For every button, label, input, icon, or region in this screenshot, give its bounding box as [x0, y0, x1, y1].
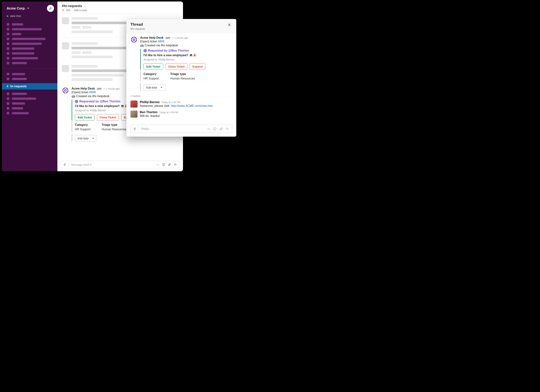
sidebar-skeleton-item	[2, 111, 57, 116]
close-ticket-button[interactable]: Close Ticket	[97, 114, 119, 121]
svg-point-0	[63, 9, 64, 10]
reply-text: Awesome, please visit: http://www.ACME.c…	[140, 104, 232, 108]
replies-count: 2 replies	[130, 95, 140, 98]
sidebar-skeleton-item	[2, 72, 57, 77]
skeleton-icon	[7, 73, 9, 75]
ticket-number-link[interactable]: #808	[158, 40, 164, 43]
placeholder-line	[72, 65, 98, 68]
skeleton-icon	[7, 38, 9, 40]
skeleton-bar	[12, 48, 34, 50]
lightning-icon[interactable]	[133, 127, 137, 131]
skeleton-bar	[12, 73, 25, 75]
sidebar-skeleton-item	[2, 101, 57, 106]
attachment-icon[interactable]	[219, 127, 223, 131]
ticket-number-link[interactable]: #808	[89, 91, 96, 94]
composer-separator	[139, 127, 139, 131]
lifebuoy-icon	[131, 36, 137, 43]
skeleton-bar	[12, 28, 42, 30]
edit-field-label: Edit field	[146, 86, 157, 89]
person-icon	[62, 9, 65, 12]
star-icon[interactable]: ☆	[84, 4, 87, 8]
svg-point-11	[164, 164, 164, 165]
skeleton-icon	[7, 78, 9, 80]
workspace-switcher[interactable]: Acme Corp.	[7, 6, 29, 10]
field-category: Category HR Support	[144, 72, 159, 80]
close-thread-button[interactable]	[227, 22, 232, 28]
chevron-down-icon	[92, 137, 94, 140]
field-category: Category HR Support	[75, 123, 90, 131]
requested-by-text: Requested by @Ben Thorton	[148, 49, 189, 52]
svg-point-7	[75, 100, 78, 103]
active-channel-name: hr-requests	[10, 85, 27, 88]
current-user[interactable]: Jane Doe	[2, 15, 57, 20]
format-icon[interactable]: Aa	[207, 127, 210, 131]
sidebar-skeleton-item	[2, 91, 57, 96]
app-avatar	[62, 87, 69, 94]
app-badge: APP	[165, 37, 171, 39]
reply-avatar[interactable]	[130, 111, 138, 118]
compose-button[interactable]	[47, 5, 54, 12]
skeleton-icon	[7, 52, 9, 55]
sidebar-skeleton-item	[2, 32, 57, 36]
message-composer[interactable]: Aa	[61, 161, 180, 168]
thread-header: Thread #hr-requests	[126, 19, 236, 33]
category-value: HR Support	[75, 128, 90, 131]
placeholder-line	[72, 74, 124, 77]
send-icon[interactable]	[226, 127, 229, 131]
created-via-text: Created via #hr-helpdesk	[145, 44, 178, 47]
ticket-description: I'd like to hire a new employee!! 💻🎉	[144, 54, 232, 57]
sidebar: Acme Corp. Jane Doe # hr-requests	[2, 1, 57, 171]
thread-reply-input[interactable]	[141, 127, 205, 131]
message-author[interactable]: Acme Help Desk	[72, 87, 95, 90]
close-ticket-button[interactable]: Close Ticket	[165, 63, 187, 70]
sidebar-skeleton-item	[2, 22, 57, 27]
user-name: Jane Doe	[10, 15, 21, 18]
format-icon[interactable]: Aa	[156, 163, 160, 166]
skeleton-icon	[7, 102, 9, 105]
edit-ticket-button[interactable]: Edit Ticket	[144, 63, 163, 70]
skeleton-icon	[7, 112, 9, 114]
send-icon[interactable]	[174, 163, 177, 166]
member-count[interactable]: 300	[66, 9, 70, 12]
message-timestamp: < 1 minute ago	[172, 36, 188, 39]
reply-link[interactable]: http://www.ACME.com/new-hire	[171, 104, 213, 108]
placeholder-line	[72, 42, 98, 45]
edit-field-label: Edit field	[78, 137, 89, 140]
edit-ticket-button[interactable]: Edit Ticket	[75, 114, 95, 121]
svg-point-13	[133, 39, 135, 41]
placeholder-avatar	[62, 65, 69, 72]
field-triage: Triage type Human Resources	[170, 72, 195, 80]
thread-parent-message: Acme Help Desk APP < 1 minute ago [Open]…	[130, 36, 232, 92]
meta-separator: |	[72, 9, 72, 12]
add-topic[interactable]: Add a topic	[74, 9, 87, 12]
sidebar-channel-active[interactable]: # hr-requests	[2, 83, 57, 89]
message-author[interactable]: Acme Help Desk	[140, 36, 163, 39]
reply-author[interactable]: Phillip Barnes	[140, 101, 160, 104]
triage-label: Triage type	[102, 123, 126, 127]
svg-point-18	[144, 49, 146, 52]
reply-text-prefix: Awesome, please visit:	[140, 104, 171, 108]
sidebar-section-1	[2, 20, 57, 67]
skeleton-bar	[12, 102, 25, 105]
skeleton-icon	[7, 93, 9, 95]
composer-input[interactable]	[71, 163, 154, 166]
lightning-icon[interactable]	[63, 163, 66, 166]
svg-point-22	[215, 128, 215, 129]
lifebuoy-icon	[62, 87, 69, 94]
reply-text: Will do, thanks!	[140, 114, 232, 118]
reply-timestamp: Today at 2:48 PM	[162, 101, 180, 104]
replies-divider: 2 replies	[130, 95, 232, 98]
reply-author[interactable]: Ben Thorton	[140, 111, 157, 114]
channel-name[interactable]: #hr-requests	[62, 4, 82, 8]
skeleton-icon	[7, 47, 9, 50]
emoji-icon[interactable]	[213, 127, 217, 131]
placeholder-avatar	[62, 42, 69, 49]
message-timestamp: < 1 minute ago	[104, 87, 120, 90]
thread-composer[interactable]: Aa	[130, 125, 232, 133]
edit-field-button[interactable]: Edit field	[75, 135, 97, 142]
expand-button[interactable]: Expand	[190, 63, 205, 70]
attachment-icon[interactable]	[168, 163, 171, 166]
reply-avatar[interactable]	[130, 101, 138, 108]
emoji-icon[interactable]	[162, 163, 165, 166]
edit-field-button[interactable]: Edit field	[144, 84, 165, 91]
